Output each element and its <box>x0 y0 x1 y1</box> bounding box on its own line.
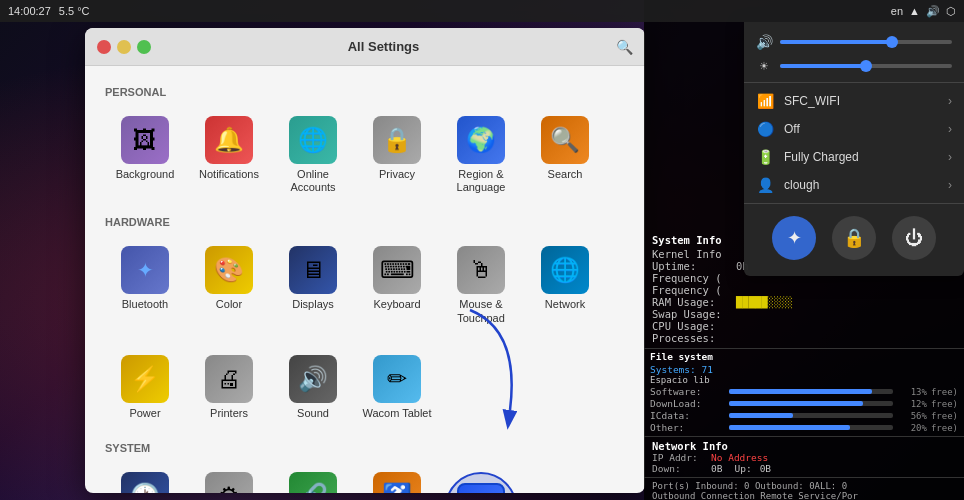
minimize-button[interactable] <box>117 40 131 54</box>
fs-block: File system Systems: 71 Espacio lib Soft… <box>644 349 964 437</box>
brightness-fill <box>780 64 866 68</box>
net-title: Network Info <box>652 440 956 452</box>
settings-item-region[interactable]: 🌍 Region & Language <box>441 108 521 202</box>
network-icon: 🌐 <box>541 246 589 294</box>
users-highlight-circle: 👤 <box>445 472 517 493</box>
qs-battery-label: Fully Charged <box>784 150 859 164</box>
online-accounts-label: Online Accounts <box>277 168 349 194</box>
settings-item-privacy[interactable]: 🔒 Privacy <box>357 108 437 202</box>
settings-item-universal-access[interactable]: ♿ Universal Access <box>357 464 437 493</box>
network-label: Network <box>545 298 585 311</box>
settings-item-bluetooth[interactable]: ✦ Bluetooth <box>105 238 185 332</box>
fs-row-icdata: ICdata: 56% free) <box>650 410 958 421</box>
panel-system-icon[interactable]: ⬡ <box>946 5 956 18</box>
printers-icon: 🖨 <box>205 355 253 403</box>
background-icon: 🖼 <box>121 116 169 164</box>
qs-battery-arrow: › <box>948 150 952 164</box>
volume-icon-qs: 🔊 <box>756 34 772 50</box>
details-icon: ⚙ <box>205 472 253 493</box>
top-panel: 14:00:27 5.5 °C en ▲ 🔊 ⬡ <box>0 0 964 22</box>
mouse-icon: 🖱 <box>457 246 505 294</box>
settings-item-keyboard[interactable]: ⌨ Keyboard <box>357 238 437 332</box>
settings-item-sound[interactable]: 🔊 Sound <box>273 347 353 428</box>
section-personal-label: Personal <box>105 86 625 98</box>
lock-button[interactable]: 🔒 <box>832 216 876 260</box>
kernel-key: Kernel Info <box>652 248 732 260</box>
brightness-thumb <box>860 60 872 72</box>
users-icon: 👤 <box>457 483 505 493</box>
qs-bluetooth-arrow: › <box>948 122 952 136</box>
settings-item-datetime[interactable]: 🕐 Date & Time <box>105 464 185 493</box>
brightness-icon-qs: ☀ <box>756 58 772 74</box>
settings-item-details[interactable]: ⚙ Details <box>189 464 269 493</box>
settings-item-mouse[interactable]: 🖱 Mouse & Touchpad <box>441 238 521 332</box>
mouse-label: Mouse & Touchpad <box>445 298 517 324</box>
hardware2-grid: ⚡ Power 🖨 Printers 🔊 Sound ✏ Wacom Table… <box>105 347 625 428</box>
panel-lang[interactable]: en <box>891 5 903 17</box>
window-controls <box>97 40 151 54</box>
qs-divider-2 <box>744 203 964 204</box>
panel-wifi-icon[interactable]: ▲ <box>909 5 920 17</box>
sound-icon: 🔊 <box>289 355 337 403</box>
personal-grid: 🖼 Background 🔔 Notifications 🌐 Online Ac… <box>105 108 625 202</box>
wacom-icon: ✏ <box>373 355 421 403</box>
region-icon: 🌍 <box>457 116 505 164</box>
port-line1: Port(s) Inbound: 0 Outbound: 0ALL: 0 <box>652 481 956 491</box>
qs-divider-1 <box>744 82 964 83</box>
brightness-slider[interactable] <box>780 64 952 68</box>
datetime-icon: 🕐 <box>121 472 169 493</box>
net-block: Network Info IP Addr:No Address Down:0B … <box>644 437 964 477</box>
settings-item-power[interactable]: ⚡ Power <box>105 347 185 428</box>
settings-window: All Settings 🔍 Personal 🖼 Background 🔔 N… <box>85 28 645 493</box>
volume-slider[interactable] <box>780 40 952 44</box>
settings-item-network[interactable]: 🌐 Network <box>525 238 605 332</box>
settings-content: Personal 🖼 Background 🔔 Notifications 🌐 … <box>85 66 645 493</box>
down-value: 0B <box>711 463 722 474</box>
wifi-icon-qs: 📶 <box>756 93 774 109</box>
background-label: Background <box>116 168 175 181</box>
qs-battery-item[interactable]: 🔋 Fully Charged › <box>744 143 964 171</box>
settings-item-color[interactable]: 🎨 Color <box>189 238 269 332</box>
bluetooth-icon-qs: 🔵 <box>756 121 774 137</box>
port-block: Port(s) Inbound: 0 Outbound: 0ALL: 0 Out… <box>644 477 964 500</box>
settings-item-wacom[interactable]: ✏ Wacom Tablet <box>357 347 437 428</box>
region-label: Region & Language <box>445 168 517 194</box>
volume-fill <box>780 40 892 44</box>
settings-item-online-accounts[interactable]: 🌐 Online Accounts <box>273 108 353 202</box>
window-title: All Settings <box>151 39 616 54</box>
maximize-button[interactable] <box>137 40 151 54</box>
printers-label: Printers <box>210 407 248 420</box>
displays-label: Displays <box>292 298 334 311</box>
settings-item-printers[interactable]: 🖨 Printers <box>189 347 269 428</box>
power-icon: ⚡ <box>121 355 169 403</box>
section-hardware-label: Hardware <box>105 216 625 228</box>
qs-wifi-item[interactable]: 📶 SFC_WIFI › <box>744 87 964 115</box>
qs-bluetooth-item[interactable]: 🔵 Off › <box>744 115 964 143</box>
fs-row-download: DownLoad: 12% free) <box>650 398 958 409</box>
close-button[interactable] <box>97 40 111 54</box>
search-label: Search <box>548 168 583 181</box>
section-system-label: System <box>105 442 625 454</box>
settings-item-users[interactable]: 👤 Users <box>441 464 521 493</box>
settings-item-displays[interactable]: 🖥 Displays <box>273 238 353 332</box>
settings-item-notifications[interactable]: 🔔 Notifications <box>189 108 269 202</box>
up-value: 0B <box>760 463 771 474</box>
settings-item-sharing[interactable]: 🔗 Sharing <box>273 464 353 493</box>
fs-row-software: Software: 13% free) <box>650 386 958 397</box>
settings-item-search[interactable]: 🔍 Search <box>525 108 605 202</box>
search-icon-item: 🔍 <box>541 116 589 164</box>
brightness-toggle-button[interactable]: ✦ <box>772 216 816 260</box>
right-panel: 🔊 ☀ 📶 SFC_WIFI › 🔵 Off › <box>644 0 964 500</box>
bluetooth-label: Bluetooth <box>122 298 168 311</box>
privacy-label: Privacy <box>379 168 415 181</box>
power-button[interactable]: ⏻ <box>892 216 936 260</box>
volume-thumb <box>886 36 898 48</box>
sound-label: Sound <box>297 407 329 420</box>
settings-item-background[interactable]: 🖼 Background <box>105 108 185 202</box>
panel-volume-icon[interactable]: 🔊 <box>926 5 940 18</box>
qs-bluetooth-label: Off <box>784 122 800 136</box>
search-icon[interactable]: 🔍 <box>616 39 633 55</box>
qs-wifi-label: SFC_WIFI <box>784 94 840 108</box>
qs-user-item[interactable]: 👤 clough › <box>744 171 964 199</box>
sharing-icon: 🔗 <box>289 472 337 493</box>
